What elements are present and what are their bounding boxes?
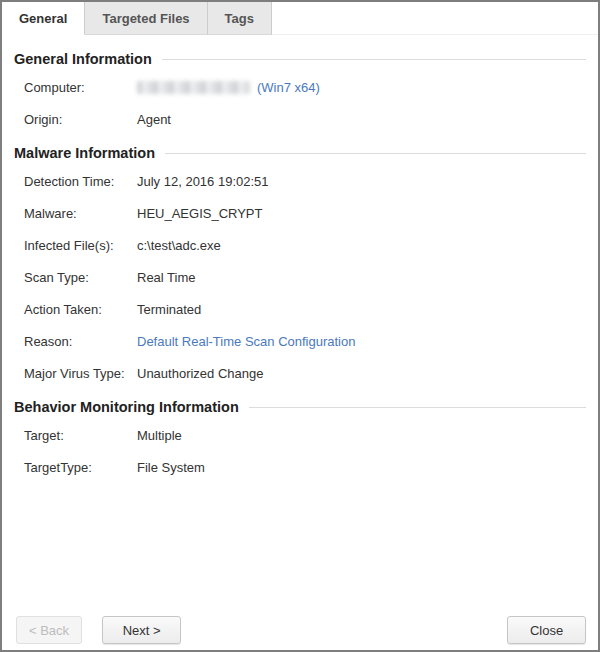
field-label: Computer: — [24, 80, 137, 95]
detail-row: Reason:Default Real-Time Scan Configurat… — [14, 325, 586, 357]
detail-row: Detection Time:July 12, 2016 19:02:51 — [14, 165, 586, 197]
value-text: File System — [137, 460, 205, 475]
field-value: July 12, 2016 19:02:51 — [137, 174, 269, 189]
field-value: Unauthorized Change — [137, 366, 263, 381]
detail-row: Major Virus Type:Unauthorized Change — [14, 357, 586, 389]
detail-row: Computer:(Win7 x64) — [14, 71, 586, 103]
tab-tags[interactable]: Tags — [208, 2, 272, 35]
field-label: Scan Type: — [24, 270, 137, 285]
field-label: Origin: — [24, 112, 137, 127]
tab-general[interactable]: General — [2, 2, 85, 35]
field-value: Multiple — [137, 428, 182, 443]
detail-row: Origin:Agent — [14, 103, 586, 135]
field-label: Reason: — [24, 334, 137, 349]
field-value: File System — [137, 460, 205, 475]
detail-row: Action Taken:Terminated — [14, 293, 586, 325]
redacted-computer-name — [137, 81, 250, 94]
field-label: Malware: — [24, 206, 137, 221]
value-text: Multiple — [137, 428, 182, 443]
next-button[interactable]: Next > — [102, 616, 181, 644]
detail-row: Malware:HEU_AEGIS_CRYPT — [14, 197, 586, 229]
value-link[interactable]: Default Real-Time Scan Configuration — [137, 334, 355, 349]
section-title: General Information — [14, 51, 586, 67]
tab-bar: GeneralTargeted FilesTags — [2, 2, 598, 35]
detail-row: Infected File(s):c:\test\adc.exe — [14, 229, 586, 261]
value-text: Unauthorized Change — [137, 366, 263, 381]
field-value: Real Time — [137, 270, 196, 285]
field-label: Action Taken: — [24, 302, 137, 317]
back-button[interactable]: < Back — [16, 616, 82, 644]
content: General InformationComputer:(Win7 x64)Or… — [2, 35, 598, 483]
field-label: Major Virus Type: — [24, 366, 137, 381]
field-label: TargetType: — [24, 460, 137, 475]
value-text: Terminated — [137, 302, 201, 317]
value-text: July 12, 2016 19:02:51 — [137, 174, 269, 189]
detail-row: Target:Multiple — [14, 419, 586, 451]
malware-detail-dialog: GeneralTargeted FilesTags General Inform… — [0, 0, 600, 652]
value-text: Real Time — [137, 270, 196, 285]
value-text: Agent — [137, 112, 171, 127]
field-value: HEU_AEGIS_CRYPT — [137, 206, 262, 221]
section-title: Malware Information — [14, 145, 586, 161]
value-text: c:\test\adc.exe — [137, 238, 221, 253]
footer: < Back Next > Close — [16, 616, 586, 644]
close-button[interactable]: Close — [507, 616, 586, 644]
detail-row: TargetType:File System — [14, 451, 586, 483]
section-title: Behavior Monitoring Information — [14, 399, 586, 415]
field-value: Agent — [137, 112, 171, 127]
field-label: Target: — [24, 428, 137, 443]
field-value: Terminated — [137, 302, 201, 317]
value-link[interactable]: (Win7 x64) — [257, 80, 320, 95]
field-value: Default Real-Time Scan Configuration — [137, 334, 355, 349]
field-label: Infected File(s): — [24, 238, 137, 253]
tab-targeted-files[interactable]: Targeted Files — [85, 2, 207, 35]
field-label: Detection Time: — [24, 174, 137, 189]
detail-row: Scan Type:Real Time — [14, 261, 586, 293]
value-text: HEU_AEGIS_CRYPT — [137, 206, 262, 221]
field-value: (Win7 x64) — [137, 80, 320, 95]
field-value: c:\test\adc.exe — [137, 238, 221, 253]
